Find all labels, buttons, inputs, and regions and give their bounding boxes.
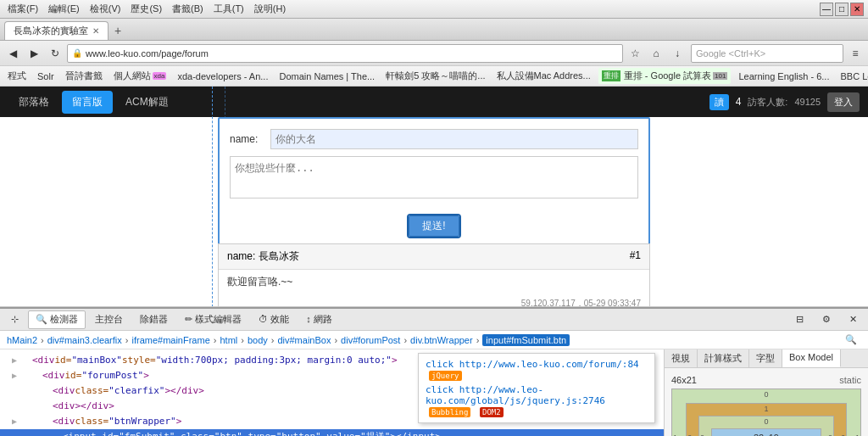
menu-items: 檔案(F) 編輯(E) 檢視(V) 歷史(S) 書籤(B) 工具(T) 說明(H… [4,3,289,15]
bookmark-personal[interactable]: 個人網站 xda [110,68,170,84]
nav-bar: ◀ ▶ ↻ 🔒 www.leo-kuo.com/page/forum ☆ ⌂ ↓… [0,41,868,66]
bookmark-xuan[interactable]: 軒轅劍5 攻略～喵喵的... [382,68,488,84]
devtools-pointer-button[interactable]: ⊹ [3,310,26,329]
devtools-toolbar: ⊹ 🔍 檢測器 主控台 除錯器 ✏ 樣式編輯器 ⏱ 效能 ↕ 網路 ⊟ ⚙ ✕ [0,309,868,331]
search-button[interactable]: 🔍 [841,333,861,348]
bookmark-mac[interactable]: 私人設備Mac Addres... [493,68,594,84]
home-button[interactable]: ⌂ [647,44,665,63]
devtools-settings-button[interactable]: ⚙ [815,310,838,329]
devtools-right-tools: ⊟ ⚙ ✕ [788,310,865,329]
menu-history[interactable]: 歷史(S) [127,3,165,15]
forum-post: name: 長島冰茶 #1 歡迎留言咯.~~ 59.120.37.117，05-… [218,243,650,307]
post-author: name: 長島冰茶 [227,249,299,264]
visitor-count: 49125 [794,97,821,107]
breadcrumb: hMain2 › div#main3.clearfix › iframe#mai… [0,331,868,349]
menu-bookmarks[interactable]: 書籤(B) [169,3,207,15]
devtools-performance-button[interactable]: ⏱ 效能 [251,310,297,329]
tab-main[interactable]: 長島冰茶的實驗室 ✕ [4,21,108,40]
tab-computed[interactable]: 視規 [665,349,698,367]
padding-top: 0 [764,417,768,426]
tab-styles[interactable]: 計算樣式 [698,349,749,367]
position-display: static [839,375,861,385]
code-line-6-selected[interactable]: <input id="fmSubmit" class="btn" type="b… [0,429,664,436]
devtools-style-editor-button[interactable]: ✏ 樣式編輯器 [177,310,249,329]
breadcrumb-current[interactable]: input#fmSubmit.btn [482,334,570,346]
tab-close-icon[interactable]: ✕ [92,26,99,36]
nav-acm[interactable]: ACM解題 [115,91,179,114]
breadcrumb-main3[interactable]: div#main3.clearfix [47,335,122,345]
tab-boxmodel[interactable]: Box Model [782,349,841,367]
breadcrumb-hmain2[interactable]: hMain2 [7,335,37,345]
border-box: 1 1 6 6 0 1 0 0 32x19 [686,403,847,436]
login-button[interactable]: 登入 [827,92,860,112]
search-bar[interactable]: Google <Ctrl+K> [691,44,843,63]
devtools-console-button[interactable]: 主控台 [87,310,131,329]
bookmark-english[interactable]: Learning English - 6... [735,70,832,83]
bookmark-star-button[interactable]: ☆ [626,44,644,63]
menu-view[interactable]: 檢視(V) [86,3,125,15]
bookmark-domain[interactable]: Domain Names | The... [275,70,378,83]
bookmark-poetry[interactable]: 晉詩書籤 [62,68,106,84]
post-header: name: 長島冰茶 #1 [219,244,649,270]
breadcrumb-btnwrapper[interactable]: div.btnWrapper [410,335,473,345]
menu-tools[interactable]: 工具(T) [210,3,248,15]
minimize-button[interactable]: — [820,3,833,16]
close-button[interactable]: ✕ [850,3,864,16]
border-top: 1 [764,405,768,413]
content-textarea[interactable] [230,156,638,198]
dom2-badge: DOM2 [480,407,504,417]
size-display: 46x21 [671,375,697,385]
breadcrumb-mainbox[interactable]: div#mainBox [277,335,331,345]
event-item-2[interactable]: click http://www.leo-kuo.com/global/js/j… [422,383,651,419]
devtools-debugger-button[interactable]: 除錯器 [132,310,175,329]
breadcrumb-forumpost[interactable]: div#forumPost [341,335,400,345]
menu-help[interactable]: 說明(H) [251,3,289,15]
maximize-button[interactable]: □ [835,3,849,16]
refresh-button[interactable]: ↻ [46,44,64,63]
post-footer: 59.120.37.117，05-29 09:33:47 [219,294,649,307]
breadcrumb-body[interactable]: body [248,335,268,345]
back-button[interactable]: ◀ [3,44,22,63]
url-text: www.leo-kuo.com/page/forum [86,48,209,59]
bookmark-solr[interactable]: Solr [34,70,58,83]
box-model-header: 46x21 static [671,375,861,385]
new-tab-button[interactable]: + [108,21,127,40]
devtools-dock-button[interactable]: ⊟ [788,310,811,329]
bookmark-xda[interactable]: xda-developers - An... [174,70,271,83]
breadcrumb-iframe[interactable]: iframe#mainFrame [131,335,209,345]
post-number: #1 [630,249,641,264]
bookmark-google[interactable]: 重排重排 - Google 試算表 101 [598,68,732,84]
site-nav-right: 讀 4 訪客人數: 49125 登入 [709,92,860,112]
submit-button[interactable]: 提送! [409,215,459,237]
nav-guestbook[interactable]: 留言版 [62,91,113,114]
bookmark-bbc[interactable]: BBC Learning English... [837,70,868,83]
devtools-network-button[interactable]: ↕ 網路 [298,310,340,329]
post-content: 歡迎留言咯.~~ [227,276,292,288]
website-content: 部落格 留言版 ACM解題 讀 4 訪客人數: 49125 登入 name: i… [0,87,868,307]
devtools-close-button[interactable]: ✕ [842,310,865,329]
visitor-label: 訪客人數: [748,96,787,109]
tab-fonts[interactable]: 字型 [749,349,782,367]
jquery-badge: jQuery [429,371,462,381]
margin-box: 0 0 1 1 1 1 6 6 0 1 0 0 [671,388,861,436]
bookmark-programs[interactable]: 程式 [4,68,30,84]
breadcrumb-html[interactable]: html [220,335,237,345]
content-size: 32x19 [754,433,779,436]
name-input[interactable] [270,129,638,149]
address-bar[interactable]: 🔒 www.leo-kuo.com/page/forum [67,44,623,63]
menu-edit[interactable]: 編輯(E) [45,3,83,15]
devtools-main-area: ▶ <div id="mainBox" style="width:700px; … [0,349,868,436]
forward-button[interactable]: ▶ [25,44,43,63]
content-box: 32x19 [711,428,821,436]
event-item-1[interactable]: click http://www.leo-kuo.com/forum/:84 j… [422,357,651,383]
bookmarks-bar: 程式 Solr 晉詩書籤 個人網站 xda xda-developers - A… [0,66,868,87]
post-meta: 59.120.37.117，05-29 09:33:47 [521,299,641,307]
devtools-panel: ⊹ 🔍 檢測器 主控台 除錯器 ✏ 樣式編輯器 ⏱ 效能 ↕ 網路 ⊟ ⚙ ✕ … [0,307,868,436]
nav-blog[interactable]: 部落格 [8,91,59,114]
devtools-inspector-button[interactable]: 🔍 檢測器 [28,310,86,329]
menu-button[interactable]: ≡ [846,44,865,63]
download-button[interactable]: ↓ [668,44,687,63]
security-icon: 🔒 [72,48,82,58]
menu-bar: 檔案(F) 編輯(E) 檢視(V) 歷史(S) 書籤(B) 工具(T) 說明(H… [0,0,868,19]
menu-file[interactable]: 檔案(F) [4,3,42,15]
